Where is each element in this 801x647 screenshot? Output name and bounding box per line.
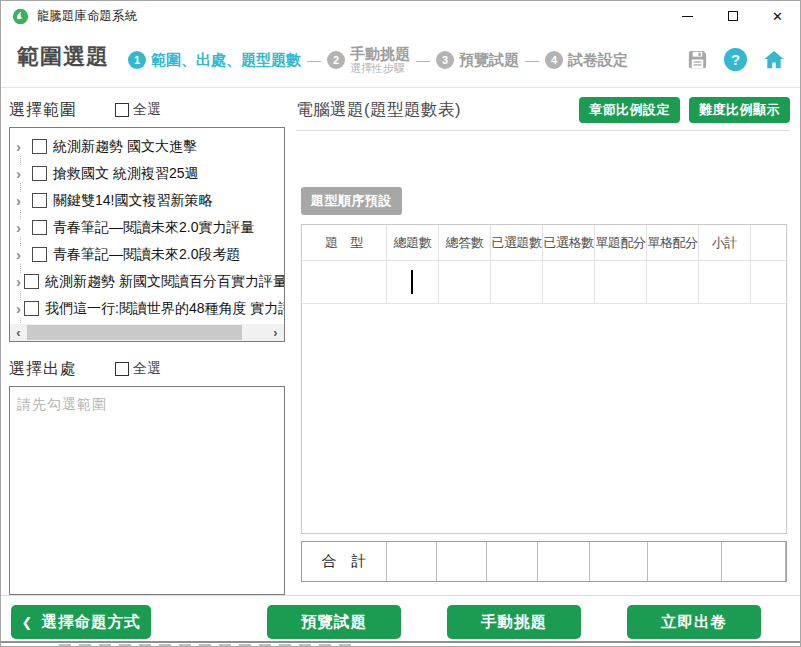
help-button[interactable]: ?	[724, 48, 747, 71]
range-select-all-checkbox[interactable]	[115, 103, 129, 117]
app-window: { "window": { "title": "龍騰題庫命題系統" }, "ic…	[0, 0, 801, 647]
step-1-range[interactable]: 1 範圍、出處、題型題數	[128, 51, 301, 70]
question-mark-icon: ?	[731, 51, 740, 68]
close-icon: ✕	[772, 10, 783, 23]
tree-expand-icon[interactable]: ›	[16, 220, 29, 235]
step-separator: —	[416, 52, 430, 68]
step-3-badge: 3	[436, 51, 454, 69]
wizard-stepper: 1 範圍、出處、題型題數 — 2 手動挑題 選擇性步驟 — 3 預覽試題 — 4…	[128, 34, 628, 86]
subtotal-cell[interactable]	[699, 261, 751, 303]
totals-cell	[648, 542, 722, 581]
step-separator: —	[307, 52, 321, 68]
export-button-label: 立即出卷	[661, 612, 727, 633]
scroll-left-icon[interactable]: ‹	[10, 324, 27, 341]
range-tree-item[interactable]: › 關鍵雙14!國文複習新策略	[10, 187, 284, 214]
tree-item-checkbox[interactable]	[32, 139, 47, 154]
points-per-question-cell[interactable]	[595, 261, 647, 303]
text-caret	[411, 270, 413, 294]
minimize-button[interactable]	[665, 1, 710, 31]
source-placeholder-text: 請先勾選範圍	[17, 396, 107, 412]
left-panel: 選擇範圍 全選 › 統測新趨勢 國文大進擊 › 搶救國文 統測複習25週 › 關…	[9, 89, 285, 595]
selected-questions-cell[interactable]	[491, 261, 543, 303]
maximize-icon	[728, 11, 738, 21]
preview-button-label: 預覽試題	[301, 612, 367, 633]
right-panel: 電腦選題(題型題數表) 章節比例設定 難度比例顯示 題型順序預設 題 型 總題數…	[296, 89, 790, 582]
step-1-label: 範圍、出處、題型題數	[151, 51, 301, 70]
tree-item-label: 青春筆記—閱讀未來2.0段考題	[53, 246, 240, 264]
tree-item-checkbox[interactable]	[32, 247, 47, 262]
totals-cell	[437, 542, 487, 581]
save-button[interactable]	[686, 48, 709, 71]
manual-pick-button[interactable]: 手動挑題	[447, 605, 581, 639]
preview-questions-button[interactable]: 預覽試題	[267, 605, 401, 639]
step-3-preview[interactable]: 3 預覽試題	[436, 51, 519, 70]
manual-button-label: 手動挑題	[481, 612, 547, 633]
source-select-all[interactable]: 全選	[115, 360, 161, 378]
table-header-row: 題 型 總題數 總答數 已選題數 已選格數 單題配分 單格配分 小計	[302, 225, 786, 261]
chapter-ratio-button[interactable]: 章節比例設定	[579, 97, 680, 123]
source-select-all-label: 全選	[133, 360, 161, 378]
step-4-label: 試卷設定	[568, 51, 628, 70]
maximize-button[interactable]	[710, 1, 755, 31]
tree-expand-icon[interactable]: ›	[16, 274, 21, 289]
type-cell[interactable]	[302, 261, 387, 303]
blank-cell	[751, 261, 786, 303]
range-tree-item[interactable]: › 統測新趨勢 國文大進擊	[10, 133, 284, 160]
total-questions-cell[interactable]	[387, 261, 439, 303]
range-tree-item[interactable]: › 青春筆記—閱讀未來2.0段考題	[10, 241, 284, 268]
range-tree-item[interactable]: › 統測新趨勢 新國文閱讀百分百實力評量	[10, 268, 284, 295]
tree-expand-icon[interactable]: ›	[16, 301, 21, 316]
tree-item-label: 搶救國文 統測複習25週	[53, 165, 198, 183]
step-1-badge: 1	[128, 51, 146, 69]
step-2-sublabel: 選擇性步驟	[350, 62, 410, 75]
range-select-all[interactable]: 全選	[115, 101, 161, 119]
tree-expand-icon[interactable]: ›	[16, 193, 29, 208]
close-button[interactable]: ✕	[755, 1, 800, 31]
app-logo-icon	[12, 8, 29, 25]
tree-item-label: 統測新趨勢 新國文閱讀百分百實力評量	[45, 273, 285, 291]
tree-expand-icon[interactable]: ›	[16, 166, 29, 181]
source-select-all-checkbox[interactable]	[115, 362, 129, 376]
range-tree-item[interactable]: › 搶救國文 統測複習25週	[10, 160, 284, 187]
tree-item-label: 關鍵雙14!國文複習新策略	[53, 192, 212, 210]
tree-item-checkbox[interactable]	[24, 274, 39, 289]
step-4-badge: 4	[545, 51, 563, 69]
tree-expand-icon[interactable]: ›	[16, 139, 29, 154]
step-2-manual-pick[interactable]: 2 手動挑題 選擇性步驟	[327, 45, 410, 75]
tree-expand-icon[interactable]: ›	[16, 247, 29, 262]
points-per-blank-cell[interactable]	[647, 261, 699, 303]
minimize-icon	[682, 16, 693, 17]
choose-method-back-button[interactable]: ❮ 選擇命題方式	[11, 605, 151, 639]
column-header-points-per-blank: 單格配分	[647, 225, 699, 260]
totals-cell	[487, 542, 538, 581]
column-header-blank	[751, 225, 786, 260]
column-header-selected-blanks: 已選格數	[543, 225, 595, 260]
column-header-total-answers: 總答數	[439, 225, 491, 260]
export-paper-button[interactable]: 立即出卷	[627, 605, 761, 639]
tree-item-checkbox[interactable]	[32, 193, 47, 208]
right-panel-divider	[296, 130, 790, 131]
range-tree-item[interactable]: › 我們這一行:閱讀世界的48種角度 實力評量	[10, 295, 284, 322]
computer-pick-header: 電腦選題(題型題數表) 章節比例設定 難度比例顯示	[296, 96, 790, 124]
footer-divider	[1, 595, 800, 596]
step-4-paper-settings[interactable]: 4 試卷設定	[545, 51, 628, 70]
tree-item-checkbox[interactable]	[24, 301, 39, 316]
title-bar: 龍騰題庫命題系統 ✕	[1, 1, 800, 31]
column-header-subtotal: 小計	[699, 225, 751, 260]
selected-blanks-cell[interactable]	[543, 261, 595, 303]
difficulty-ratio-button[interactable]: 難度比例顯示	[689, 97, 790, 123]
totals-cell	[722, 542, 786, 581]
tree-item-checkbox[interactable]	[32, 166, 47, 181]
totals-cell	[387, 542, 437, 581]
tree-item-checkbox[interactable]	[32, 220, 47, 235]
column-header-points-per-question: 單題配分	[595, 225, 647, 260]
range-title: 選擇範圍	[9, 100, 77, 121]
horizontal-scrollbar[interactable]: ‹ ›	[10, 324, 284, 341]
window-bottom-edge	[1, 641, 800, 643]
total-answers-cell[interactable]	[439, 261, 491, 303]
scrollbar-thumb[interactable]	[27, 325, 242, 340]
type-order-preset-button[interactable]: 題型順序預設	[301, 187, 402, 215]
range-tree-item[interactable]: › 青春筆記—閱讀未來2.0實力評量	[10, 214, 284, 241]
home-button[interactable]	[762, 48, 786, 71]
scroll-right-icon[interactable]: ›	[267, 324, 284, 341]
